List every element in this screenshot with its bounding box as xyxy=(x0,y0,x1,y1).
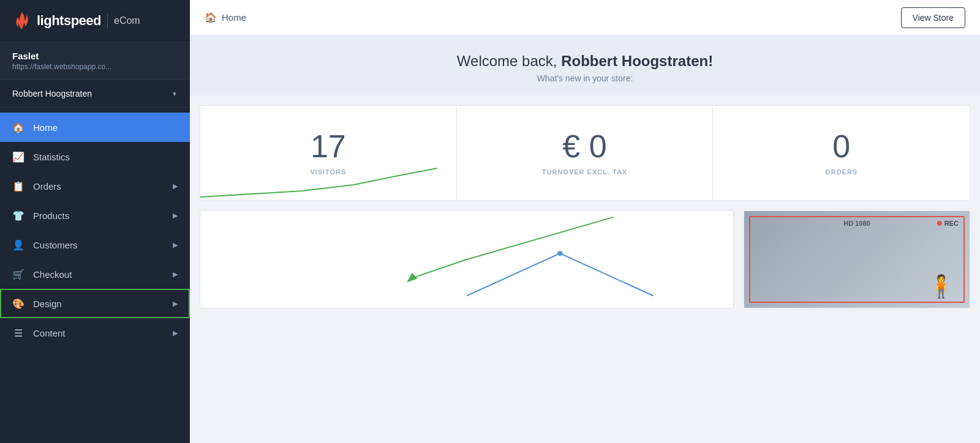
stat-orders: 0 ORDERS xyxy=(713,106,970,200)
welcome-title: Welcome back, Robbert Hoogstraten! xyxy=(202,53,968,70)
orders-value: 0 xyxy=(725,130,957,162)
sidebar: lightspeed eCom Faslet https://faslet.we… xyxy=(0,0,190,443)
content-area: Welcome back, Robbert Hoogstraten! What'… xyxy=(190,35,980,443)
rec-label: REC xyxy=(944,220,959,227)
statistics-icon: 📈 xyxy=(12,151,24,163)
flame-icon xyxy=(12,11,32,31)
sidebar-nav: 🏠 Home 📈 Statistics 📋 Orders ▶ 👕 Product… xyxy=(0,108,190,443)
checkout-chevron-icon: ▶ xyxy=(173,270,178,278)
sidebar-item-home-label: Home xyxy=(33,122,58,133)
sidebar-item-customers[interactable]: 👤 Customers ▶ xyxy=(0,230,190,259)
store-url: https://faslet.webshopapp.co... xyxy=(12,62,178,71)
content-icon: ☰ xyxy=(12,327,24,339)
home-icon: 🏠 xyxy=(12,121,24,133)
checkout-icon: 🛒 xyxy=(12,268,24,280)
rec-dot xyxy=(937,221,942,226)
sidebar-item-orders[interactable]: 📋 Orders ▶ xyxy=(0,171,190,201)
sidebar-item-products[interactable]: 👕 Products ▶ xyxy=(0,201,190,230)
topbar: 🏠 Home View Store xyxy=(190,0,980,35)
video-label: HD 1080 xyxy=(843,220,870,227)
logo-ecom: eCom xyxy=(114,15,140,26)
products-chevron-icon: ▶ xyxy=(173,212,178,220)
sidebar-item-design[interactable]: 🎨 Design ▶ xyxy=(0,289,190,318)
orders-icon: 📋 xyxy=(12,180,24,192)
welcome-name: Robbert Hoogstraten! xyxy=(561,53,713,69)
sidebar-item-statistics[interactable]: 📈 Statistics xyxy=(0,142,190,171)
welcome-subtitle: What's new in your store: xyxy=(202,73,968,83)
sidebar-item-content[interactable]: ☰ Content ▶ xyxy=(0,318,190,348)
stat-visitors: 17 VISITORS xyxy=(200,106,457,200)
welcome-section: Welcome back, Robbert Hoogstraten! What'… xyxy=(190,35,980,95)
products-icon: 👕 xyxy=(12,209,24,222)
user-name: Robbert Hoogstraten xyxy=(12,89,92,99)
design-chevron-icon: ▶ xyxy=(173,300,178,308)
main-content: 🏠 Home View Store Welcome back, Robbert … xyxy=(190,0,980,443)
breadcrumb-home-icon: 🏠 xyxy=(205,12,217,23)
orders-label: ORDERS xyxy=(725,168,957,176)
logo-area: lightspeed eCom xyxy=(0,0,190,42)
breadcrumb-label: Home xyxy=(222,12,246,23)
logo-divider xyxy=(107,13,108,28)
customers-chevron-icon: ▶ xyxy=(173,241,178,249)
customers-icon: 👤 xyxy=(12,239,24,251)
welcome-prefix: Welcome back, xyxy=(457,53,561,69)
breadcrumb: 🏠 Home xyxy=(205,12,246,23)
rec-badge: REC xyxy=(937,220,959,227)
logo-text: lightspeed xyxy=(37,13,101,29)
video-person-icon: 🧍 xyxy=(927,274,955,299)
sidebar-item-checkout[interactable]: 🛒 Checkout ▶ xyxy=(0,259,190,289)
sidebar-item-orders-label: Orders xyxy=(33,181,61,192)
chevron-down-icon: ▼ xyxy=(172,91,178,97)
sidebar-item-content-label: Content xyxy=(33,328,66,338)
sidebar-item-home[interactable]: 🏠 Home xyxy=(0,113,190,142)
content-chevron-icon: ▶ xyxy=(173,329,178,337)
user-row[interactable]: Robbert Hoogstraten ▼ xyxy=(0,80,190,108)
chart-area: HD 1080 REC 🧍 xyxy=(200,210,970,308)
visitors-value: 17 xyxy=(213,130,444,162)
sidebar-item-design-label: Design xyxy=(33,299,62,309)
sidebar-item-checkout-label: Checkout xyxy=(33,269,72,280)
svg-marker-0 xyxy=(407,273,417,283)
stats-row: 17 VISITORS € 0 TURNOVER EXCL. TAX 0 ORD… xyxy=(200,105,970,201)
sidebar-item-statistics-label: Statistics xyxy=(33,152,70,162)
sidebar-item-products-label: Products xyxy=(33,210,69,221)
store-info[interactable]: Faslet https://faslet.webshopapp.co... xyxy=(0,42,190,80)
orders-chevron-icon: ▶ xyxy=(173,182,178,190)
view-store-button[interactable]: View Store xyxy=(901,7,965,28)
svg-point-1 xyxy=(557,251,563,256)
turnover-value: € 0 xyxy=(469,130,701,162)
turnover-label: TURNOVER EXCL. TAX xyxy=(469,168,701,176)
stat-turnover: € 0 TURNOVER EXCL. TAX xyxy=(457,106,714,200)
video-card: HD 1080 REC 🧍 xyxy=(744,210,970,308)
chart-card xyxy=(200,210,734,308)
sidebar-item-customers-label: Customers xyxy=(33,240,78,250)
store-name: Faslet xyxy=(12,51,178,61)
design-icon: 🎨 xyxy=(12,297,24,310)
